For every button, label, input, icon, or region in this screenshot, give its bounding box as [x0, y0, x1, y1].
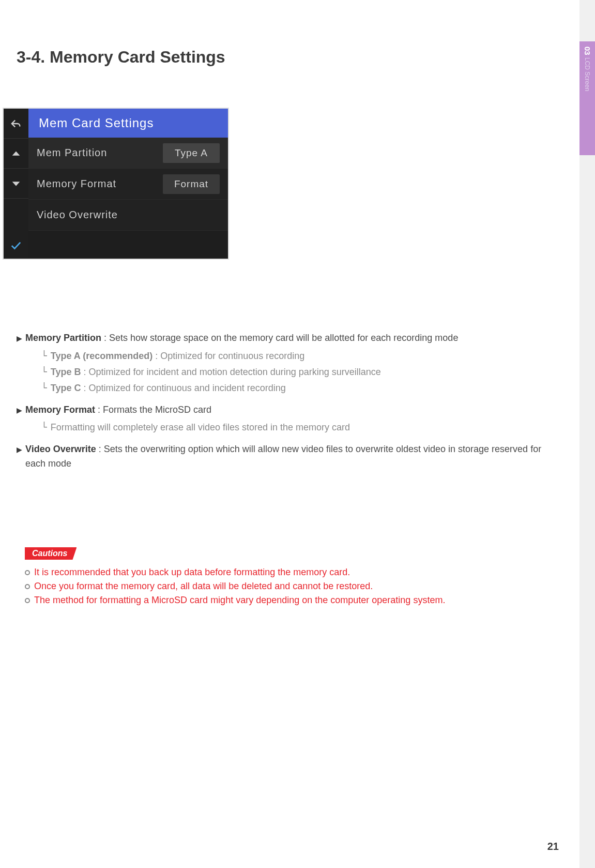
caution-item: It is recommended that you back up data …: [25, 567, 554, 578]
page-title: 3-4. Memory Card Settings: [17, 48, 225, 67]
section-desc: : Formats the MicroSD card: [95, 405, 211, 415]
device-row-value: Type A: [163, 143, 220, 163]
caution-item: Once you format the memory card, all dat…: [25, 581, 554, 592]
device-row-label: Memory Format: [37, 178, 116, 190]
branch-icon: └: [41, 382, 47, 393]
content-body: ▶ Memory Partition : Sets how storage sp…: [17, 331, 564, 478]
up-icon[interactable]: [4, 139, 28, 169]
triangle-bullet-icon: ▶: [17, 405, 22, 416]
page-number: 21: [547, 841, 559, 852]
device-row-memory-format[interactable]: Memory Format Format: [28, 169, 228, 200]
device-header: Mem Card Settings: [28, 109, 228, 138]
device-row-label: Mem Partition: [37, 147, 107, 159]
section-title: Memory Partition: [25, 333, 101, 343]
cautions-label: Cautions: [25, 547, 77, 560]
caution-item: The method for formatting a MicroSD card…: [25, 595, 554, 606]
chapter-number: 03: [583, 47, 592, 55]
device-screenshot: Mem Card Settings Mem Partition Type A M…: [3, 108, 229, 260]
section-title: Video Overwrite: [25, 444, 96, 454]
device-row-video-overwrite[interactable]: Video Overwrite: [28, 200, 228, 231]
down-icon[interactable]: [4, 169, 28, 199]
sub-item-type-a: └ Type A (recommended) : Optimized for c…: [41, 349, 564, 364]
section-memory-format: ▶ Memory Format : Formats the MicroSD ca…: [17, 403, 564, 436]
triangle-bullet-icon: ▶: [17, 333, 22, 345]
confirm-icon[interactable]: [4, 199, 28, 259]
chapter-tab: 03 LCD Screen: [579, 41, 595, 155]
ring-bullet-icon: [25, 598, 30, 603]
section-title: Memory Format: [25, 405, 95, 415]
section-desc: : Sets the overwriting option which will…: [25, 444, 541, 469]
sub-item-type-b: └ Type B : Optimized for incident and mo…: [41, 365, 564, 380]
chapter-label: LCD Screen: [584, 57, 591, 91]
device-row-label: Video Overwrite: [37, 209, 118, 221]
ring-bullet-icon: [25, 584, 30, 589]
section-video-overwrite: ▶ Video Overwrite : Sets the overwriting…: [17, 442, 564, 471]
sub-item-format-note: └ Formatting will completely erase all v…: [41, 420, 564, 435]
device-sidebar: [4, 109, 28, 259]
section-desc: : Sets how storage space on the memory c…: [101, 333, 458, 343]
cautions-block: Cautions It is recommended that you back…: [25, 547, 554, 609]
triangle-bullet-icon: ▶: [17, 444, 22, 456]
branch-icon: └: [41, 350, 47, 361]
device-row-mem-partition[interactable]: Mem Partition Type A: [28, 138, 228, 169]
ring-bullet-icon: [25, 570, 30, 575]
sub-item-type-c: └ Type C : Optimized for continuous and …: [41, 381, 564, 396]
device-row-empty: [28, 231, 228, 259]
branch-icon: └: [41, 366, 47, 377]
device-row-value: Format: [163, 174, 220, 194]
branch-icon: └: [41, 422, 47, 432]
section-memory-partition: ▶ Memory Partition : Sets how storage sp…: [17, 331, 564, 396]
back-icon[interactable]: [4, 109, 28, 139]
